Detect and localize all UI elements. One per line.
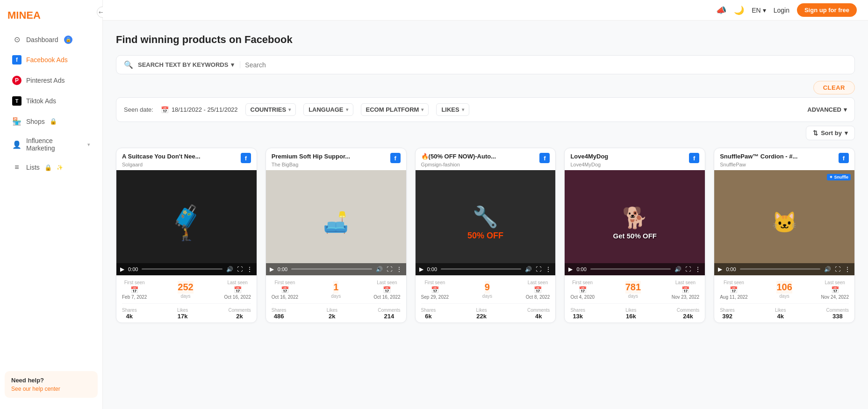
fullscreen-button[interactable]: ⛶	[685, 266, 691, 273]
comments-label: Comments	[228, 308, 251, 313]
sidebar-item-label: Pinterest Ads	[26, 77, 65, 84]
help-panel: Need help? See our help center	[5, 371, 98, 398]
fullscreen-button[interactable]: ⛶	[387, 266, 392, 273]
keyword-chevron-icon: ▾	[231, 61, 234, 68]
filter-clear-row: CLEAR	[116, 81, 855, 94]
volume-button[interactable]: 🔊	[376, 266, 383, 273]
last-seen-label: Last seen	[821, 280, 849, 285]
shares-value: 13k	[570, 313, 585, 320]
comments-label: Comments	[527, 308, 550, 313]
language-filter[interactable]: LANGUAGE ▾	[303, 103, 353, 116]
help-title: Need help?	[11, 377, 91, 384]
video-thumbnail[interactable]: 🛋️ ▶ 0:00 🔊 ⛶ ⋮	[266, 170, 406, 275]
sidebar-item-dashboard[interactable]: ⊙ Dashboard 🔒	[4, 30, 99, 49]
more-options-button[interactable]: ⋮	[545, 265, 552, 273]
fullscreen-button[interactable]: ⛶	[536, 266, 541, 273]
countries-filter[interactable]: COUNTRIES ▾	[245, 103, 296, 116]
lang-chevron-icon: ▾	[763, 7, 766, 14]
video-time: 0:00	[576, 266, 586, 272]
likes-value: 16k	[625, 313, 636, 320]
sidebar-item-pinterest-ads[interactable]: P Pinterest Ads	[4, 71, 99, 90]
video-thumbnail[interactable]: 🧳 🧎 ▶ 0:00 🔊 ⛶ ⋮	[116, 170, 257, 275]
help-center-link[interactable]: See our help center	[11, 386, 91, 392]
volume-button[interactable]: 🔊	[226, 266, 233, 273]
sidebar-item-label: Shops	[26, 118, 45, 125]
ecom-platform-label: ECOM PLATFORM	[366, 106, 419, 113]
fullscreen-button[interactable]: ⛶	[835, 266, 840, 273]
more-options-button[interactable]: ⋮	[246, 265, 253, 273]
video-time: 0:00	[427, 266, 437, 272]
shares-label: Shares	[570, 308, 585, 313]
product-title: SnufflePaw™ Cordion - #...	[720, 153, 797, 161]
sidebar-item-lists[interactable]: ≡ Lists 🔒 ✨	[4, 158, 99, 177]
engagement-stats: Shares 13k Likes 16k Comments 24k	[570, 303, 699, 320]
video-progress-bar[interactable]	[740, 268, 820, 270]
play-button[interactable]: ▶	[120, 266, 124, 273]
language-selector[interactable]: EN ▾	[752, 7, 766, 14]
product-grid: A Suitcase You Don't Nee... Solgaard f 🧳…	[116, 148, 855, 323]
product-card: A Suitcase You Don't Nee... Solgaard f 🧳…	[116, 148, 257, 323]
last-seen-calendar-icon: 📅	[526, 286, 550, 294]
sidebar-item-facebook-ads[interactable]: f Facebook Ads	[4, 50, 99, 70]
keyword-selector[interactable]: SEARCH TEXT BY KEYWORDS ▾	[138, 61, 240, 68]
login-button[interactable]: Login	[774, 7, 789, 14]
video-progress-bar[interactable]	[441, 268, 521, 270]
more-options-button[interactable]: ⋮	[695, 265, 701, 273]
first-seen-label: First seen	[272, 280, 298, 285]
notification-icon[interactable]: 📣	[716, 5, 726, 15]
language-label: LANGUAGE	[308, 106, 343, 113]
video-thumbnail[interactable]: 🔧 50% OFF ▶ 0:00 🔊 ⛶ ⋮	[416, 170, 556, 275]
date-range-filter[interactable]: 📅 18/11/2022 - 25/11/2022	[161, 106, 238, 114]
volume-button[interactable]: 🔊	[824, 266, 831, 273]
advanced-label: ADVANCED	[807, 106, 841, 113]
card-header: A Suitcase You Don't Nee... Solgaard f	[116, 148, 257, 170]
video-thumbnail[interactable]: 🐱 ✦ Snuffle ▶ 0:00 🔊 ⛶ ⋮	[714, 170, 854, 275]
card-stats: First seen 📅 Oct 4, 2020 781 days Last s…	[565, 275, 705, 323]
play-button[interactable]: ▶	[270, 266, 274, 273]
tiktok-icon: T	[12, 96, 22, 106]
dark-mode-icon[interactable]: 🌙	[734, 5, 744, 15]
product-brand: Gpmsign-fashion	[421, 162, 496, 167]
volume-button[interactable]: 🔊	[525, 266, 532, 273]
advanced-filter-button[interactable]: ADVANCED ▾	[807, 106, 847, 113]
video-thumbnail[interactable]: 🐕 Get 50% OFF ▶ 0:00 🔊 ⛶ ⋮	[565, 170, 705, 275]
fullscreen-button[interactable]: ⛶	[237, 266, 243, 273]
sidebar-item-tiktok-ads[interactable]: T Tiktok Ads	[4, 91, 99, 111]
sidebar-item-influence-marketing[interactable]: 👤 Influence Marketing ▾	[4, 132, 99, 157]
card-stats: First seen 📅 Oct 16, 2022 1 days Last se…	[266, 275, 406, 323]
likes-chevron-icon: ▾	[462, 107, 464, 112]
more-options-button[interactable]: ⋮	[844, 265, 851, 273]
card-stats: First seen 📅 Sep 29, 2022 9 days Last se…	[416, 275, 556, 323]
play-button[interactable]: ▶	[718, 266, 722, 273]
last-seen-date: Oct 8, 2022	[526, 294, 550, 300]
sidebar: MINEA ⟵ ⊙ Dashboard 🔒 f Facebook Ads P P…	[0, 0, 103, 409]
more-options-button[interactable]: ⋮	[396, 265, 402, 273]
shops-icon: 🏪	[12, 117, 22, 126]
card-stats: First seen 📅 Aug 11, 2022 106 days Last …	[714, 275, 854, 323]
video-progress-bar[interactable]	[142, 268, 222, 270]
days-label: days	[628, 294, 638, 299]
shops-lock-badge: 🔒	[50, 118, 57, 125]
sidebar-item-label: Tiktok Ads	[26, 97, 56, 105]
video-time: 0:00	[278, 266, 287, 272]
countries-chevron-icon: ▾	[288, 107, 291, 112]
clear-button[interactable]: CLEAR	[813, 81, 855, 94]
video-progress-bar[interactable]	[291, 268, 372, 270]
play-button[interactable]: ▶	[568, 266, 573, 273]
snufflepaw-watermark: ✦ Snuffle	[827, 174, 851, 180]
days-label: days	[482, 294, 492, 299]
play-button[interactable]: ▶	[419, 266, 423, 273]
ecom-platform-filter[interactable]: ECOM PLATFORM ▾	[361, 103, 429, 116]
volume-button[interactable]: 🔊	[674, 266, 681, 273]
likes-value: 17k	[177, 313, 188, 320]
search-input[interactable]	[245, 61, 847, 69]
days-count: 252	[178, 281, 193, 294]
video-progress-bar[interactable]	[590, 268, 671, 270]
last-seen-label: Last seen	[526, 280, 550, 285]
sort-button[interactable]: ⇅ Sort by ▾	[806, 126, 855, 140]
likes-filter[interactable]: LIKES ▾	[436, 103, 469, 116]
signup-button[interactable]: Sign up for free	[797, 3, 857, 17]
sort-label: Sort by	[821, 129, 842, 136]
shares-value: 392	[720, 313, 735, 320]
sidebar-item-shops[interactable]: 🏪 Shops 🔒	[4, 112, 99, 131]
